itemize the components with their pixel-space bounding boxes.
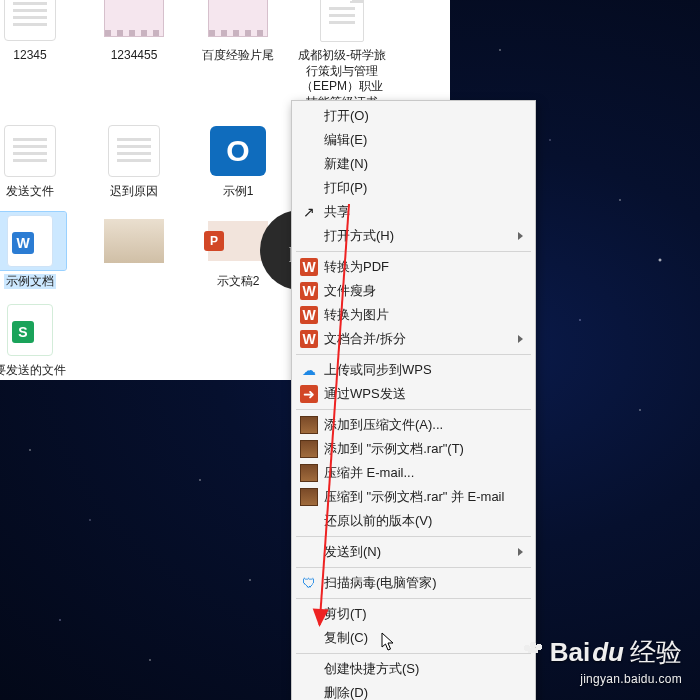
outlook-icon: [210, 126, 266, 176]
file-label: 迟到原因: [108, 184, 160, 200]
cloud-icon: ☁: [300, 361, 318, 379]
textdoc-icon: [320, 0, 364, 42]
menu-separator: [296, 598, 531, 599]
wps-icon: W: [300, 282, 318, 300]
menu-separator: [296, 409, 531, 410]
file-item[interactable]: 示例文档: [0, 212, 76, 290]
watermark-brand-b: du: [592, 637, 624, 668]
photo-icon: [104, 219, 164, 263]
rar-icon: [300, 416, 318, 434]
rar-icon: [300, 440, 318, 458]
menu-cut[interactable]: 剪切(T): [294, 602, 533, 626]
shield-icon: 🛡: [300, 574, 318, 592]
page-icon: [108, 125, 160, 177]
page-icon: [4, 0, 56, 41]
rar-icon: [300, 464, 318, 482]
file-label: 示文稿2: [215, 274, 262, 290]
wps-icon: W: [300, 330, 318, 348]
wps-icon: W: [300, 258, 318, 276]
s-icon: [7, 304, 53, 356]
menu-restore-versions[interactable]: 还原以前的版本(V): [294, 509, 533, 533]
file-item[interactable]: [88, 212, 180, 290]
menu-new[interactable]: 新建(N): [294, 152, 533, 176]
wps-icon: W: [300, 306, 318, 324]
menu-separator: [296, 567, 531, 568]
menu-edit[interactable]: 编辑(E): [294, 128, 533, 152]
menu-separator: [296, 251, 531, 252]
menu-file-slim[interactable]: W文件瘦身: [294, 279, 533, 303]
menu-create-shortcut[interactable]: 创建快捷方式(S): [294, 657, 533, 681]
file-item[interactable]: 示例1: [192, 122, 284, 200]
menu-separator: [296, 536, 531, 537]
page-icon: [4, 125, 56, 177]
menu-convert-image[interactable]: W转换为图片: [294, 303, 533, 327]
file-item[interactable]: 发送文件: [0, 122, 76, 200]
file-label: 示例1: [221, 184, 256, 200]
menu-upload-wps[interactable]: ☁上传或同步到WPS: [294, 358, 533, 382]
file-item[interactable]: 12345: [0, 0, 76, 110]
menu-open[interactable]: 打开(O): [294, 104, 533, 128]
menu-send-to[interactable]: 发送到(N): [294, 540, 533, 564]
ppt-icon: [208, 221, 268, 261]
menu-send-wps[interactable]: ➜通过WPS发送: [294, 382, 533, 406]
menu-copy[interactable]: 复制(C): [294, 626, 533, 650]
file-item[interactable]: 迟到原因: [88, 122, 180, 200]
menu-share[interactable]: ↗共享: [294, 200, 533, 224]
watermark-url: jingyan.baidu.com: [524, 672, 682, 686]
wps-send-icon: ➜: [300, 385, 318, 403]
video-icon: [104, 0, 164, 37]
watermark-brand-cn: 经验: [630, 635, 682, 670]
cursor-icon: [381, 632, 397, 652]
watermark-brand-a: Bai: [550, 637, 590, 668]
file-label: 发送文件: [4, 184, 56, 200]
menu-add-to-archive[interactable]: 添加到压缩文件(A)...: [294, 413, 533, 437]
share-icon: ↗: [300, 203, 318, 221]
watermark: Baidu经验 jingyan.baidu.com: [524, 635, 682, 686]
menu-print[interactable]: 打印(P): [294, 176, 533, 200]
file-item[interactable]: 百度经验片尾: [192, 0, 284, 110]
word-icon: [7, 215, 53, 267]
menu-doc-merge-split[interactable]: W文档合并/拆分: [294, 327, 533, 351]
file-label: 示例文档: [4, 274, 56, 290]
rar-icon: [300, 488, 318, 506]
menu-separator: [296, 653, 531, 654]
menu-convert-pdf[interactable]: W转换为PDF: [294, 255, 533, 279]
menu-scan-virus[interactable]: 🛡扫描病毒(电脑管家): [294, 571, 533, 595]
menu-delete[interactable]: 删除(D): [294, 681, 533, 700]
file-label: 1234455: [109, 48, 160, 64]
file-label: 12345: [11, 48, 48, 64]
paw-icon: [524, 639, 544, 653]
file-item[interactable]: 成都初级-研学旅行策划与管理（EEPM）职业技能等级证书（...: [296, 0, 388, 110]
file-label: 百度经验片尾: [200, 48, 276, 64]
menu-open-with[interactable]: 打开方式(H): [294, 224, 533, 248]
file-item[interactable]: 要发送的文件: [0, 301, 76, 379]
file-label: 要发送的文件: [0, 363, 68, 379]
menu-separator: [296, 354, 531, 355]
video-icon: [208, 0, 268, 37]
file-item[interactable]: 1234455: [88, 0, 180, 110]
